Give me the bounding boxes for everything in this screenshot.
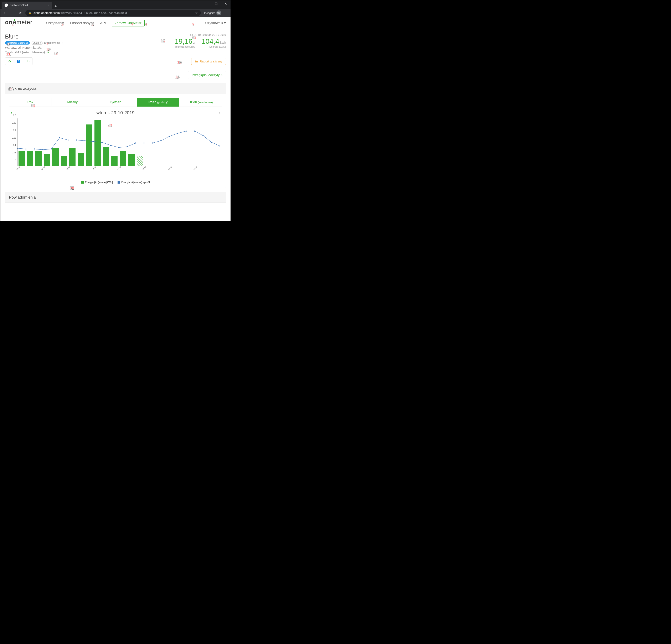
badge-studio[interactable]: Studio ×: [31, 41, 43, 45]
bar-hour-2[interactable]: [35, 151, 42, 166]
svg-point-22: [152, 143, 153, 144]
bar-hour-1[interactable]: [27, 151, 33, 166]
legend-bar: Energia |A| (suma) [kWh]: [81, 181, 113, 184]
badge-business: OneMeter Business: [5, 41, 30, 45]
svg-point-29: [211, 142, 212, 143]
device-address: Warsaw, Ul. Kopernika 1/1: [5, 46, 63, 49]
nav-api[interactable]: API: [100, 21, 106, 25]
bar-hour-11[interactable]: [111, 156, 117, 166]
svg-point-0: [217, 12, 219, 13]
svg-point-1: [219, 12, 220, 13]
svg-point-23: [161, 140, 162, 141]
add-label-button[interactable]: Dodaj etykietę +: [44, 41, 63, 44]
svg-point-25: [177, 133, 178, 134]
svg-point-6: [17, 148, 18, 149]
svg-point-28: [202, 135, 203, 136]
incognito-icon: [216, 10, 221, 15]
consumption-chart-panel: Wykres zużycia Rok Miesiąc Tydzień Dzień…: [5, 83, 226, 188]
chart-next-button[interactable]: ›: [217, 111, 222, 115]
tab-month[interactable]: Miesiąc: [52, 98, 94, 107]
plug-icon: [46, 50, 50, 54]
bar-hour-9[interactable]: [94, 120, 101, 166]
notifications-panel: Powiadomienia: [5, 192, 226, 203]
browser-menu-button[interactable]: ⋮: [225, 11, 228, 15]
browser-toolbar: ← → ⟳ 🔒 cloud.onemeter.com/#/device/7106…: [0, 9, 230, 17]
browser-tab-bar: OM OneMeter Cloud × + — ☐ ✕: [0, 0, 230, 9]
forward-button[interactable]: →: [10, 11, 15, 15]
energy-used-label: Energia zużyta: [202, 45, 226, 48]
svg-point-26: [186, 131, 187, 132]
svg-point-19: [127, 146, 128, 147]
graphic-report-button[interactable]: Raport graficzny: [191, 58, 226, 65]
tab-day-quarters[interactable]: Dzień (kwadranse): [179, 98, 222, 107]
svg-point-14: [85, 140, 86, 141]
svg-text:on: on: [5, 19, 12, 25]
period-tabs: Rok Miesiąc Tydzień Dzień (godziny) Dzie…: [9, 98, 222, 107]
svg-point-30: [219, 146, 220, 147]
device-name: Biuro: [5, 33, 63, 40]
bill-forecast-label: Prognoza rachunku: [174, 45, 195, 48]
page-content: on e meter Urządzenia Eksport danych API…: [0, 17, 230, 221]
svg-point-24: [169, 136, 170, 137]
tab-day-hours[interactable]: Dzień (godziny): [137, 98, 179, 107]
caret-down-icon: ▾: [29, 60, 30, 62]
download-icon: ⬇: [26, 60, 28, 63]
remove-tag-icon[interactable]: ×: [40, 42, 41, 44]
bill-forecast-value: 19,16zł: [174, 37, 195, 45]
back-button[interactable]: ←: [3, 11, 7, 15]
window-maximize-button[interactable]: ☐: [211, 0, 221, 7]
svg-point-21: [143, 143, 144, 144]
download-button[interactable]: ⬇▾: [23, 58, 33, 65]
url-text: cloud.onemeter.com/#/device/7106b418-a8e…: [34, 11, 193, 15]
svg-point-20: [135, 143, 136, 144]
chevron-right-icon: ›: [221, 73, 223, 77]
browser-tab[interactable]: OM OneMeter Cloud ×: [2, 2, 52, 9]
reload-button[interactable]: ⟳: [18, 11, 22, 15]
lock-icon: 🔒: [28, 11, 31, 14]
chart-prev-button[interactable]: ‹: [9, 111, 14, 115]
bar-hour-4[interactable]: [52, 148, 59, 166]
browse-readings-button[interactable]: Przeglądaj odczyty ›: [188, 71, 226, 79]
svg-point-18: [118, 147, 119, 148]
svg-point-17: [110, 145, 111, 146]
bookmark-star-icon[interactable]: ☆: [195, 11, 198, 15]
incognito-indicator: Incognito: [204, 10, 221, 15]
logo[interactable]: on e meter: [5, 19, 40, 27]
svg-point-12: [68, 139, 69, 140]
svg-point-27: [194, 131, 195, 132]
tab-week[interactable]: Tydzień: [94, 98, 137, 107]
svg-point-8: [34, 148, 35, 149]
svg-point-15: [93, 141, 94, 142]
bar-hour-12[interactable]: [120, 151, 126, 166]
bar-hour-5[interactable]: [61, 156, 67, 166]
settings-button[interactable]: ⚙: [5, 58, 14, 65]
tab-favicon: OM: [4, 3, 8, 7]
bar-hour-3[interactable]: [44, 154, 50, 166]
nav-export[interactable]: Eksport danych: [70, 21, 94, 25]
tab-year[interactable]: Rok: [9, 98, 52, 107]
bar-hour-13[interactable]: [128, 154, 135, 166]
nav-user-menu[interactable]: Użytkownik ▾: [205, 21, 226, 25]
window-close-button[interactable]: ✕: [221, 0, 230, 7]
address-bar[interactable]: 🔒 cloud.onemeter.com/#/device/7106b418-a…: [25, 10, 201, 16]
nav-order-button[interactable]: Zamów OneMeter: [112, 20, 144, 26]
bar-hour-7[interactable]: [78, 153, 84, 166]
svg-point-7: [25, 148, 26, 149]
bar-hour-14[interactable]: [137, 156, 143, 166]
bar-hour-6[interactable]: [69, 148, 75, 166]
device-tariff: Taryfa: G11 (układ 1-fazowy): [5, 50, 63, 54]
svg-point-16: [101, 142, 102, 143]
window-minimize-button[interactable]: —: [202, 0, 211, 7]
svg-point-10: [51, 148, 52, 149]
nav-devices[interactable]: Urządzenia: [46, 21, 64, 25]
energy-used-value: 104,4kWh: [202, 37, 226, 45]
new-tab-button[interactable]: +: [52, 4, 59, 9]
chart-legend: Energia |A| (suma) [kWh] Energia |A| (su…: [9, 181, 222, 184]
users-button[interactable]: 👥: [14, 58, 23, 65]
bar-hour-10[interactable]: [103, 147, 109, 166]
bar-hour-0[interactable]: [18, 151, 25, 166]
notifications-title: Powiadomienia: [5, 192, 226, 203]
users-icon: 👥: [17, 60, 21, 63]
bar-hour-8[interactable]: [86, 124, 92, 166]
tab-close-icon[interactable]: ×: [48, 3, 50, 7]
